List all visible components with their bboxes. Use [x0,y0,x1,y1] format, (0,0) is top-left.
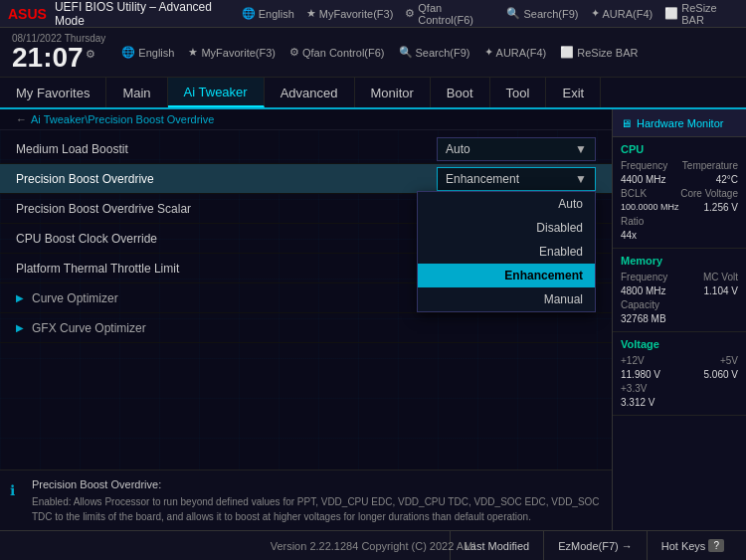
nav-tool[interactable]: Tool [490,78,547,107]
hw-voltage-title: Voltage [621,338,738,350]
setting-row-pbo: Precision Boost Overdrive Enhancement ▼ … [0,164,612,194]
main-layout: ← Ai Tweaker\Precision Boost Overdrive M… [0,109,746,480]
hw-bclk-value: 100.0000 MHz [621,202,679,213]
pbo-dropdown: Auto Disabled Enabled Enhancement Manual [417,191,596,312]
hw-v5-value: 5.060 V [704,369,738,380]
nav-monitor[interactable]: Monitor [355,78,431,107]
language-link[interactable]: 🌐 English [242,7,294,20]
hot-keys-item[interactable]: Hot Keys ? [647,531,738,560]
version-text: Version 2.22.1284 Copyright (C) 2022 AMI [271,540,476,552]
nav-advanced[interactable]: Advanced [265,78,355,107]
top-links-bar: 🌐 English ★ MyFavorite(F3) ⚙ Qfan Contro… [121,46,638,59]
nav-exit[interactable]: Exit [546,78,601,107]
hw-bclk-row: BCLK Core Voltage [621,188,738,199]
qfan-link[interactable]: ⚙ Qfan Control(F6) [405,2,494,26]
dropdown-auto[interactable]: Auto [418,192,595,216]
hw-cpu-title: CPU [621,143,738,155]
hw-v12-value: 11.980 V [621,369,660,380]
time-gear-icon: ⚙ [86,48,95,61]
dropdown-disabled[interactable]: Disabled [418,216,595,240]
nav-bar: My Favorites Main Ai Tweaker Advanced Mo… [0,78,746,109]
select-auto-label: Auto [446,142,470,156]
select-auto[interactable]: Auto ▼ [437,137,596,161]
curve-label: Curve Optimizer [32,291,118,305]
hw-mem-freq-value: 4800 MHz [621,285,666,296]
setting-row-medium-load: Medium Load Boostit Auto ▼ [0,134,612,164]
nav-main[interactable]: Main [106,78,167,107]
hw-core-volt-value: 1.256 V [704,202,738,213]
hw-cpu-temp-label: Temperature [682,160,738,171]
hw-ratio-row: Ratio [621,216,738,227]
hw-capacity-label: Capacity [621,299,659,310]
hw-v12-row: +12V +5V [621,355,738,366]
select-pbo[interactable]: Enhancement ▼ [437,167,596,191]
myfav-link[interactable]: ★ MyFavorite(F3) [306,7,394,20]
setting-label-thermal: Platform Thermal Throttle Limit [16,262,437,276]
aura-link[interactable]: ✦ AURA(F4) [591,7,653,20]
hw-monitor-label: Hardware Monitor [637,117,723,129]
breadcrumb-arrow: ← [16,113,27,125]
gfx-curve-label: GFX Curve Optimizer [32,321,146,335]
hw-capacity-row: Capacity [621,299,738,310]
select-auto-arrow: ▼ [575,142,587,156]
breadcrumb: ← Ai Tweaker\Precision Boost Overdrive [0,109,612,130]
resize-link[interactable]: ⬜ ReSize BAR [664,2,738,26]
hw-memory-title: Memory [621,255,738,267]
qfan-bar-link[interactable]: ⚙ Qfan Control(F6) [289,46,385,59]
hw-cpu-section: CPU Frequency Temperature 4400 MHz 42°C … [613,137,746,249]
app-title: UEFI BIOS Utility – Advanced Mode [55,0,242,28]
hw-mem-freq-label: Frequency [621,272,667,282]
hw-v5-label: +5V [720,355,738,366]
myfav-bar-link[interactable]: ★ MyFavorite(F3) [188,46,276,59]
hw-capacity-value: 32768 MB [621,313,666,324]
hw-bclk-label: BCLK [621,188,647,199]
hw-cpu-freq-row: Frequency Temperature [621,160,738,171]
hw-v33-label: +3.3V [621,383,647,394]
ez-mode-item[interactable]: EzMode(F7) → [543,531,647,560]
hw-ratio-label: Ratio [621,216,644,227]
info-icon: ℹ [10,480,15,501]
setting-label-medium-load: Medium Load Boostit [16,142,437,156]
nav-ai-tweaker[interactable]: Ai Tweaker [168,78,265,107]
gfx-expand-arrow: ▶ [16,322,24,333]
hw-bclk-val-row: 100.0000 MHz 1.256 V [621,202,738,213]
top-bar: ASUS UEFI BIOS Utility – Advanced Mode 🌐… [0,0,746,28]
time-text: 21:07 [12,44,84,72]
nav-my-favorites[interactable]: My Favorites [0,78,106,107]
curve-expand-arrow: ▶ [16,292,24,303]
hw-v33-val-row: 3.312 V [621,397,738,408]
setting-label-pbo: Precision Boost Overdrive [16,172,437,186]
dropdown-enhancement[interactable]: Enhancement [418,264,595,287]
setting-label-cpu-boost: CPU Boost Clock Override [16,232,437,246]
nav-boot[interactable]: Boot [431,78,490,107]
settings-list: Medium Load Boostit Auto ▼ Precision Boo… [0,130,612,347]
hw-cpu-freq-val-row: 4400 MHz 42°C [621,174,738,185]
monitor-icon: 🖥 [621,117,632,129]
breadcrumb-path: Ai Tweaker\Precision Boost Overdrive [31,113,214,125]
hw-memory-section: Memory Frequency MC Volt 4800 MHz 1.104 … [613,249,746,332]
info-title: Precision Boost Overdrive: [32,476,600,493]
hw-core-volt-label: Core Voltage [680,188,738,199]
setting-value-pbo: Enhancement ▼ Auto Disabled Enabled Enha… [437,167,596,191]
hw-mem-freq-val-row: 4800 MHz 1.104 V [621,285,738,296]
asus-logo: ASUS [8,6,47,22]
content-area: ← Ai Tweaker\Precision Boost Overdrive M… [0,109,612,480]
search-bar-link[interactable]: 🔍 Search(F9) [399,46,470,59]
setting-value-medium-load[interactable]: Auto ▼ [437,137,596,161]
gfx-curve-optimizer-row[interactable]: ▶ GFX Curve Optimizer [0,313,612,343]
hw-v33-row: +3.3V [621,383,738,394]
hw-cpu-freq-value: 4400 MHz [621,174,666,185]
top-links: 🌐 English ★ MyFavorite(F3) ⚙ Qfan Contro… [242,2,738,26]
search-link[interactable]: 🔍 Search(F9) [506,7,578,20]
info-bar: ℹ Precision Boost Overdrive: Enabled: Al… [0,469,612,531]
dropdown-manual[interactable]: Manual [418,287,595,311]
dropdown-enabled[interactable]: Enabled [418,240,595,264]
hw-v12-val-row: 11.980 V 5.060 V [621,369,738,380]
hw-mcvolt-value: 1.104 V [704,285,738,296]
resize-bar-link[interactable]: ⬜ ReSize BAR [560,46,638,59]
aura-bar-link[interactable]: ✦ AURA(F4) [484,46,547,59]
setting-label-pbo-scalar: Precision Boost Overdrive Scalar [16,202,437,216]
hot-keys-badge: ? [708,539,724,552]
lang-bar-link[interactable]: 🌐 English [121,46,174,59]
select-pbo-arrow: ▼ [575,172,587,186]
